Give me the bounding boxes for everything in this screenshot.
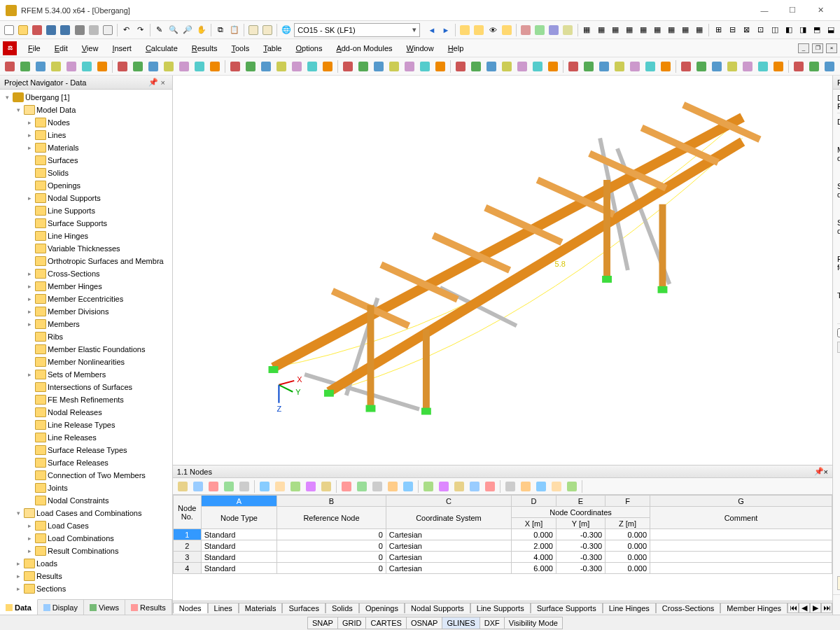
table-tool-6[interactable] <box>258 479 272 493</box>
status-visibility mode[interactable]: Visibility Mode <box>504 617 563 629</box>
toolbar2-btn-25[interactable] <box>356 59 370 74</box>
form1-icon[interactable] <box>247 23 260 37</box>
menu-help[interactable]: Help <box>441 41 471 55</box>
pan-icon[interactable]: ✋ <box>195 23 208 37</box>
tree-item[interactable]: Ribs <box>0 330 172 343</box>
tree-item[interactable]: Line Hinges <box>0 230 172 242</box>
nav-tab-results[interactable]: Results <box>125 600 172 615</box>
tree-item[interactable]: FE Mesh Refinements <box>0 393 172 406</box>
tree-item[interactable]: ▸Materials <box>0 141 172 154</box>
table-tool-15[interactable] <box>386 479 400 493</box>
toolbar2-btn-45[interactable] <box>643 59 657 74</box>
m6-icon[interactable]: ◧ <box>783 23 795 37</box>
m5-icon[interactable]: ◫ <box>769 23 781 37</box>
tree-item[interactable]: Member Nonlinearities <box>0 356 172 368</box>
tree-item[interactable]: ▸Member Eccentricities <box>0 293 172 305</box>
tree-item[interactable]: ▸Sections <box>0 582 172 595</box>
tree-item[interactable]: ▸Results <box>0 570 172 582</box>
tree-item[interactable]: ▸Sets of Members <box>0 368 172 381</box>
tree-item[interactable]: ▸Member Divisions <box>0 305 172 318</box>
table-tool-18[interactable] <box>421 479 435 493</box>
toolbar2-btn-52[interactable] <box>741 59 755 74</box>
tab-scroll-btn[interactable]: ⏮ <box>788 603 799 613</box>
table-tool-24[interactable] <box>503 479 517 493</box>
table-tab[interactable]: Nodes <box>173 603 208 613</box>
grid5-icon[interactable]: ▦ <box>637 23 650 37</box>
tree-item[interactable]: ▸Cross-Sections <box>0 267 172 280</box>
table-tool-22[interactable] <box>483 479 497 493</box>
menu-calculate[interactable]: Calculate <box>139 41 185 55</box>
zoom-fit-icon[interactable]: 🔍 <box>167 23 180 37</box>
table-tool-1[interactable] <box>191 479 205 493</box>
grid4-icon[interactable]: ▦ <box>623 23 636 37</box>
tree-item[interactable]: ▸Load Combinations <box>0 532 172 545</box>
tree-item[interactable]: Joints <box>0 482 172 494</box>
menu-add-on-modules[interactable]: Add-on Modules <box>329 41 399 55</box>
pin-icon[interactable]: 📌 <box>148 78 158 87</box>
tree-item[interactable]: Line Releases <box>0 431 172 444</box>
toolbar2-btn-24[interactable] <box>341 59 355 74</box>
mdi-minimize[interactable]: _ <box>798 43 809 53</box>
dim-xx-icon[interactable] <box>472 23 485 37</box>
tree-item[interactable]: ▸Lines <box>0 129 172 141</box>
tree-item[interactable]: Line Supports <box>0 204 172 217</box>
tab-scroll-btn[interactable]: ◀ <box>799 603 810 613</box>
r1-icon[interactable] <box>519 23 532 37</box>
toolbar2-btn-6[interactable] <box>95 59 109 74</box>
toolbar2-btn-51[interactable] <box>725 59 739 74</box>
m9-icon[interactable]: ⬓ <box>825 23 837 37</box>
menu-tools[interactable]: Tools <box>224 41 256 55</box>
toolbar2-btn-38[interactable] <box>546 59 560 74</box>
paste-icon[interactable]: 📋 <box>228 23 241 37</box>
redo-icon[interactable]: ↷ <box>134 23 147 37</box>
mdi-restore[interactable]: ❐ <box>812 43 823 53</box>
toolbar2-btn-21[interactable] <box>305 59 319 74</box>
tree-item[interactable]: Connection of Two Members <box>0 469 172 482</box>
grid9-icon[interactable]: ▦ <box>693 23 706 37</box>
toolbar2-btn-28[interactable] <box>402 59 416 74</box>
toolbar2-btn-5[interactable] <box>80 59 94 74</box>
toolbar2-btn-50[interactable] <box>710 59 724 74</box>
data-table[interactable]: NodeNo.ABCDEFGNode TypeReference NodeCoo… <box>173 495 832 601</box>
toolbar2-btn-43[interactable] <box>612 59 626 74</box>
toolbar2-btn-18[interactable] <box>259 59 273 74</box>
dim-x-icon[interactable] <box>458 23 471 37</box>
menu-edit[interactable]: Edit <box>48 41 75 55</box>
maximize-button[interactable]: ☐ <box>778 1 806 20</box>
toolbar2-btn-33[interactable] <box>469 59 483 74</box>
print-preview-icon[interactable] <box>88 23 100 37</box>
m8-icon[interactable]: ⬒ <box>811 23 823 37</box>
toolbar2-btn-35[interactable] <box>500 59 514 74</box>
m3-icon[interactable]: ⊠ <box>740 23 752 37</box>
toolbar2-btn-37[interactable] <box>531 59 545 74</box>
minimize-button[interactable]: — <box>750 1 778 20</box>
toolbar2-btn-54[interactable] <box>771 59 785 74</box>
tree-item[interactable]: Member Elastic Foundations <box>0 343 172 356</box>
toolbar2-btn-2[interactable] <box>34 59 48 74</box>
tree-item[interactable]: ▸Nodal Supports <box>0 192 172 204</box>
status-grid[interactable]: GRID <box>337 617 367 629</box>
open-icon[interactable] <box>17 23 29 37</box>
toolbar2-btn-36[interactable] <box>515 59 529 74</box>
dim-xxx-icon[interactable] <box>500 23 513 37</box>
toolbar2-btn-19[interactable] <box>274 59 288 74</box>
toolbar2-btn-11[interactable] <box>162 59 176 74</box>
tree-item[interactable]: Surface Release Types <box>0 444 172 456</box>
tab-scroll-btn[interactable]: ▶ <box>810 603 821 613</box>
toolbar2-btn-3[interactable] <box>49 59 63 74</box>
table-tab[interactable]: Openings <box>359 603 405 613</box>
r4-icon[interactable] <box>561 23 574 37</box>
menu-file[interactable]: File <box>21 41 48 55</box>
table-tool-19[interactable] <box>437 479 451 493</box>
new-icon[interactable] <box>3 23 15 37</box>
table-tool-25[interactable] <box>519 479 533 493</box>
table-tool-10[interactable] <box>319 479 333 493</box>
tree-item[interactable]: ▸Members <box>0 318 172 330</box>
toolbar2-btn-46[interactable] <box>659 59 673 74</box>
grid1-icon[interactable]: ▦ <box>580 23 593 37</box>
m1-icon[interactable]: ⊞ <box>712 23 724 37</box>
prev-icon[interactable]: ◄ <box>426 23 438 37</box>
save-icon[interactable] <box>45 23 57 37</box>
undo-icon[interactable]: ↶ <box>120 23 133 37</box>
toolbar2-btn-22[interactable] <box>321 59 335 74</box>
